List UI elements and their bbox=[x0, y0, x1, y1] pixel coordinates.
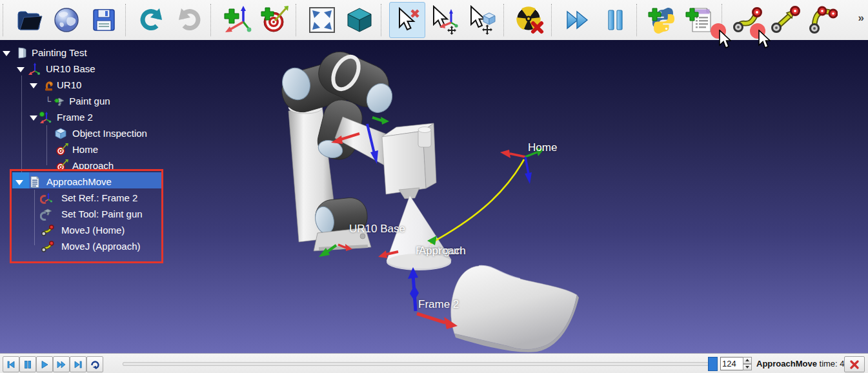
tree-item-label: Home bbox=[72, 144, 98, 155]
simulation-status-text: ApproachMove time: 4.4s bbox=[756, 359, 856, 368]
tree-item-ur10-base[interactable]: UR10 Base bbox=[0, 61, 96, 77]
main-toolbar: » bbox=[0, 0, 868, 41]
fast-forward-icon bbox=[56, 359, 66, 370]
skip-end-icon bbox=[73, 359, 83, 370]
pause-icon bbox=[23, 359, 33, 370]
pause-button[interactable] bbox=[19, 356, 36, 372]
check-collisions-button[interactable] bbox=[512, 2, 548, 38]
program-name: ApproachMove bbox=[756, 359, 817, 368]
viewport-3d[interactable]: UR10 Base Paint gun Approach Home Frame … bbox=[0, 40, 868, 353]
toolbar-grip bbox=[3, 4, 6, 36]
expand-arrow-icon[interactable] bbox=[30, 83, 37, 88]
mouse-pointer-icon bbox=[718, 30, 731, 49]
app-window: » bbox=[0, 0, 868, 373]
tree-item-paint-gun[interactable]: └ Paint gun bbox=[0, 93, 110, 109]
annotation-red-box bbox=[10, 169, 163, 263]
move-object-cursor-icon bbox=[467, 5, 497, 35]
rewind-start-button[interactable] bbox=[3, 356, 19, 372]
movec-icon bbox=[808, 5, 838, 35]
tree-item-object-inspection[interactable]: Object Inspection bbox=[0, 125, 147, 141]
simulation-slider-track[interactable] bbox=[123, 362, 709, 366]
play-button[interactable] bbox=[36, 356, 53, 372]
movec-instruction-button[interactable] bbox=[805, 2, 841, 38]
car-panel bbox=[451, 266, 579, 352]
toolbar-grip bbox=[210, 4, 214, 36]
movel-instruction-button[interactable] bbox=[767, 2, 803, 38]
add-target-icon bbox=[259, 5, 289, 35]
movel-icon bbox=[771, 5, 800, 35]
fast-simulation-button[interactable] bbox=[560, 2, 596, 38]
expand-arrow-icon[interactable] bbox=[30, 116, 37, 121]
tree-item-label: Object Inspection bbox=[72, 128, 147, 139]
tree-item-ur10[interactable]: UR10 bbox=[0, 77, 81, 93]
toolbar-grip bbox=[636, 4, 640, 36]
redo-icon bbox=[175, 6, 203, 34]
spin-up-button[interactable] bbox=[743, 357, 752, 364]
iso-cube-icon bbox=[345, 6, 374, 34]
pause-simulation-button[interactable] bbox=[597, 2, 633, 38]
tree-item-home[interactable]: Home bbox=[0, 141, 98, 157]
fast-forward-icon bbox=[563, 6, 592, 34]
tree-item-label: Painting Test bbox=[32, 47, 87, 58]
move-reference-cursor-icon bbox=[430, 5, 459, 35]
redo-button[interactable] bbox=[171, 2, 207, 38]
spin-down-button[interactable] bbox=[743, 364, 752, 371]
open-online-library-button[interactable] bbox=[48, 2, 85, 38]
select-cursor-icon bbox=[393, 6, 421, 34]
save-button[interactable] bbox=[86, 2, 122, 38]
toolbar-grip bbox=[381, 4, 384, 36]
object-cube-icon bbox=[54, 127, 68, 140]
move-object-button[interactable] bbox=[464, 2, 500, 38]
collisions-icon bbox=[515, 5, 545, 35]
isometric-view-button[interactable] bbox=[341, 2, 378, 38]
move-reference-button[interactable] bbox=[427, 2, 463, 38]
frame-spin-buttons bbox=[743, 357, 752, 370]
open-button[interactable] bbox=[11, 2, 47, 38]
pause-icon bbox=[601, 6, 629, 34]
toolbar-grip bbox=[551, 4, 554, 36]
spin-down-icon bbox=[745, 366, 749, 368]
status-bar: ApproachMove time: 4.4s bbox=[0, 353, 868, 373]
undo-button[interactable] bbox=[134, 2, 170, 38]
station-tree: Painting Test UR10 Base UR10 └ bbox=[0, 40, 213, 353]
robot-icon bbox=[43, 79, 56, 92]
toolbar-grip bbox=[503, 4, 507, 36]
frame-spinbox[interactable] bbox=[720, 357, 745, 370]
tree-branch: └ bbox=[45, 96, 51, 106]
fast-forward-button[interactable] bbox=[53, 356, 70, 372]
select-button[interactable] bbox=[389, 2, 425, 38]
mouse-pointer-icon bbox=[758, 30, 771, 49]
tree-item-label: UR10 Base bbox=[46, 63, 96, 74]
frame2-axes bbox=[408, 267, 458, 329]
play-icon bbox=[39, 359, 50, 370]
target-icon bbox=[56, 143, 67, 156]
tree-item-painting-test[interactable]: Painting Test bbox=[0, 45, 87, 61]
close-simulation-button[interactable] bbox=[844, 356, 865, 372]
spin-up-icon bbox=[745, 359, 749, 361]
reference-frame-icon bbox=[39, 111, 52, 124]
rewind-start-icon bbox=[6, 359, 16, 370]
loop-button[interactable] bbox=[86, 356, 103, 372]
home-target-axes bbox=[500, 148, 544, 184]
tree-item-label: Paint gun bbox=[69, 96, 110, 106]
skip-end-button[interactable] bbox=[70, 356, 86, 372]
add-python-program-button[interactable] bbox=[645, 2, 681, 38]
tool-icon bbox=[52, 95, 65, 108]
fit-all-button[interactable] bbox=[304, 2, 340, 38]
simulation-slider-handle[interactable] bbox=[708, 357, 718, 371]
close-icon bbox=[849, 360, 860, 369]
movej-path-curve bbox=[430, 159, 524, 243]
add-target-button[interactable] bbox=[256, 2, 292, 38]
reference-frame-icon bbox=[28, 63, 41, 76]
add-reference-frame-button[interactable] bbox=[219, 2, 255, 38]
tree-item-frame-2[interactable]: Frame 2 bbox=[0, 109, 93, 125]
expand-arrow-icon[interactable] bbox=[17, 67, 25, 72]
open-folder-icon bbox=[15, 6, 43, 34]
toolbar-overflow-button[interactable]: » bbox=[858, 12, 864, 25]
add-frame-icon bbox=[222, 5, 252, 35]
expand-arrow-icon[interactable] bbox=[3, 51, 10, 56]
fit-all-icon bbox=[308, 6, 336, 34]
globe-icon bbox=[52, 6, 81, 34]
undo-icon bbox=[137, 6, 166, 34]
spray-cone bbox=[387, 196, 451, 270]
